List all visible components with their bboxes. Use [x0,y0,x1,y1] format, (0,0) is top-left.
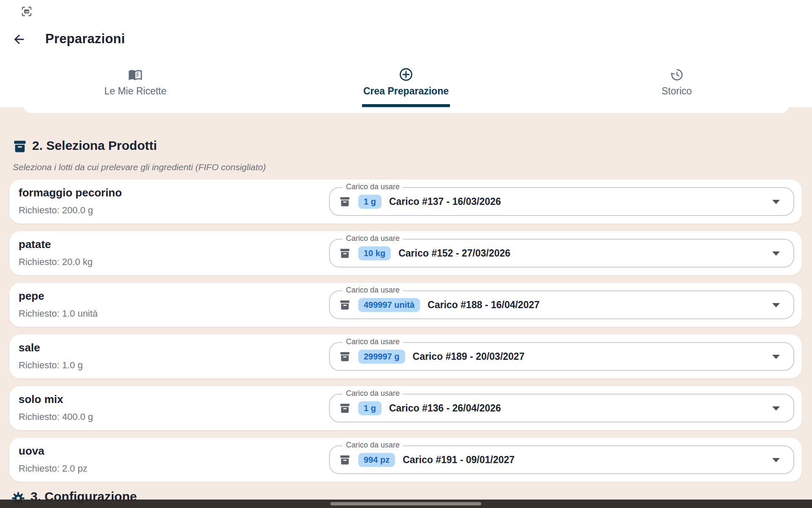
lot-value: Carico #137 - 16/03/2026 [389,196,501,207]
tab-label: Crea Preparazione [363,86,449,97]
lot-quantity-badge: 1 g [358,401,381,415]
product-row-sale: sale Richiesto: 1.0 g Carico da usare 29… [9,334,802,378]
lot-select-dropdown[interactable]: Carico da usare 10 kg Carico #152 - 27/0… [329,239,794,268]
lot-quantity-badge: 1 g [358,195,381,209]
product-row-formaggio-pecorino: formaggio pecorino Richiesto: 200.0 g Ca… [9,179,802,224]
product-name: sale [19,341,40,354]
tab-label: Le Mie Ricette [104,86,166,97]
lot-select-dropdown[interactable]: Carico da usare 299997 g Carico #189 - 2… [329,342,794,371]
lot-select-label: Carico da usare [343,182,403,191]
lot-quantity-badge: 299997 g [358,350,405,364]
lot-quantity-badge: 994 pz [358,453,395,467]
section-2-title: 2. Seleziona Prodotti [32,138,157,153]
lot-select-label: Carico da usare [343,337,403,346]
tab-crea-preparazione[interactable]: Crea Preparazione [271,59,541,107]
book-icon [128,67,143,82]
arrow-left-icon [12,32,26,47]
product-required-qty: Richiesto: 200.0 g [19,205,93,216]
product-required-qty: Richiesto: 1.0 unità [19,308,98,319]
lot-quantity-badge: 499997 unità [358,298,420,312]
chevron-down-icon [772,458,780,462]
product-name: patate [19,238,51,251]
tab-bar: Le Mie Ricette Crea Preparazione Storico [0,59,812,107]
lot-select-dropdown[interactable]: Carico da usare 499997 unità Carico #188… [329,290,794,319]
inventory-icon [339,403,351,414]
chevron-down-icon [772,406,780,411]
product-name: formaggio pecorino [19,186,122,199]
active-tab-indicator [362,104,450,107]
lot-select-label: Carico da usare [343,286,403,295]
product-row-pepe: pepe Richiesto: 1.0 unità Carico da usar… [9,283,802,327]
page-title: Preparazioni [45,31,125,47]
lot-select-dropdown[interactable]: Carico da usare 1 g Carico #137 - 16/03/… [329,187,794,216]
lot-value: Carico #191 - 09/01/2027 [403,454,515,466]
product-name: pepe [19,290,44,303]
inventory-icon [13,139,27,154]
inventory-icon [339,351,351,362]
tab-label: Storico [661,86,692,97]
chevron-down-icon [772,251,780,256]
lot-quantity-badge: 10 kg [358,246,391,260]
plus-circle-icon [398,67,414,82]
inventory-icon [339,299,351,311]
section-2-subtitle: Seleziona i lotti da cui prelevare gli i… [13,162,266,172]
product-required-qty: Richiesto: 2.0 pz [19,463,88,474]
lot-value: Carico #136 - 26/04/2026 [389,403,501,414]
lot-select-label: Carico da usare [343,234,403,243]
product-row-uova: uova Richiesto: 2.0 pz Carico da usare 9… [9,438,802,482]
lot-select-dropdown[interactable]: Carico da usare 994 pz Carico #191 - 09/… [329,445,794,474]
inventory-icon [339,248,351,259]
lot-value: Carico #188 - 16/04/2027 [428,299,540,311]
back-button[interactable] [12,32,26,47]
chevron-down-icon [772,355,780,359]
product-required-qty: Richiesto: 400.0 g [19,411,93,422]
lot-value: Carico #189 - 20/03/2027 [413,351,525,362]
tab-storico[interactable]: Storico [541,59,812,107]
product-required-qty: Richiesto: 1.0 g [19,360,83,371]
history-icon [669,67,684,82]
chevron-down-icon [772,200,780,204]
horizontal-scrollbar-thumb[interactable] [330,502,481,505]
scan-frame-icon [20,5,33,18]
inventory-icon [339,196,351,207]
product-row-solo-mix: solo mix Richiesto: 400.0 g Carico da us… [9,386,802,430]
lot-select-label: Carico da usare [343,389,403,398]
product-name: solo mix [19,393,63,406]
lot-select-label: Carico da usare [343,441,403,450]
product-name: uova [19,444,44,458]
screenshot-scan-icon[interactable] [20,5,33,18]
product-required-qty: Richiesto: 20.0 kg [19,257,93,268]
lot-value: Carico #152 - 27/03/2026 [398,248,510,259]
chevron-down-icon [772,303,780,307]
tab-le-mie-ricette[interactable]: Le Mie Ricette [0,59,271,107]
product-row-patate: patate Richiesto: 20.0 kg Carico da usar… [9,231,802,275]
inventory-icon [339,454,351,466]
lot-select-dropdown[interactable]: Carico da usare 1 g Carico #136 - 26/04/… [329,394,794,422]
